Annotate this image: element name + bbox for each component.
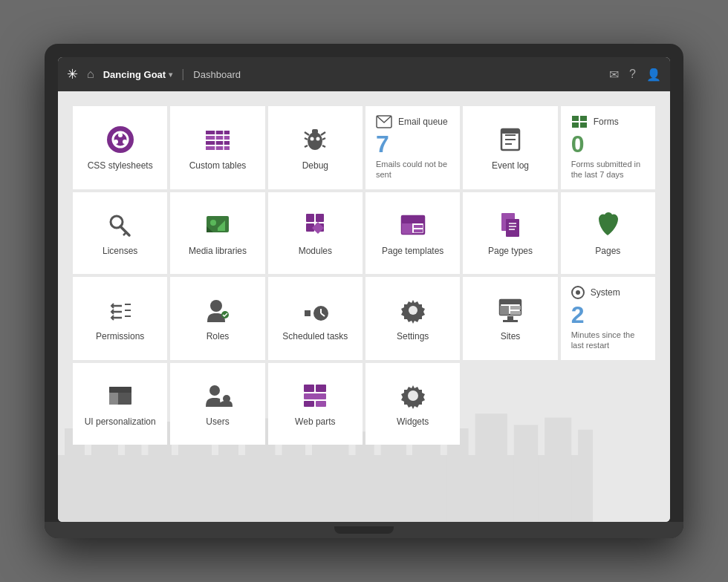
licenses-icon xyxy=(105,210,135,240)
svg-point-20 xyxy=(316,137,320,141)
tile-pages[interactable]: Pages xyxy=(561,192,655,274)
modules-icon xyxy=(300,210,330,240)
svg-rect-72 xyxy=(503,320,518,322)
email-queue-header: Email queue xyxy=(376,115,449,128)
svg-point-36 xyxy=(210,220,216,226)
page-templates-icon xyxy=(398,210,428,240)
tile-event-log[interactable]: Event log xyxy=(463,106,557,189)
svg-point-0 xyxy=(107,126,134,153)
tile-forms[interactable]: Forms 0 Forms submitted in the last 7 da… xyxy=(561,106,655,189)
svg-point-11 xyxy=(308,132,322,150)
svg-point-3 xyxy=(123,140,127,144)
tile-ui-personalization[interactable]: UI personalization xyxy=(73,363,167,445)
svg-point-87 xyxy=(408,390,418,401)
user-icon[interactable]: 👤 xyxy=(646,68,661,82)
home-icon[interactable]: ⌂ xyxy=(87,68,94,81)
svg-line-33 xyxy=(123,232,126,235)
svg-rect-70 xyxy=(510,311,521,315)
chat-icon[interactable]: ✉ xyxy=(609,68,619,82)
svg-line-18 xyxy=(322,146,325,147)
email-queue-desc: Emails could not be sent xyxy=(376,159,449,180)
svg-point-59 xyxy=(210,300,222,312)
svg-rect-27 xyxy=(572,116,579,121)
svg-line-13 xyxy=(305,132,309,135)
topbar: ✳ ⌂ Dancing Goat ▾ | Dashboard ✉ ? 👤 xyxy=(58,57,670,91)
custom-tables-label: Custom tables xyxy=(189,160,247,172)
svg-line-15 xyxy=(305,138,308,140)
svg-rect-68 xyxy=(500,306,509,315)
site-selector[interactable]: Dancing Goat ▾ xyxy=(103,69,173,80)
svg-rect-98 xyxy=(356,432,374,523)
system-title: System xyxy=(591,287,620,298)
tile-sites[interactable]: Sites xyxy=(463,277,557,360)
page-templates-label: Page templates xyxy=(382,246,443,258)
system-desc: Minutes since the last restart xyxy=(571,330,645,351)
laptop-base xyxy=(45,522,683,538)
tile-permissions[interactable]: Permissions xyxy=(73,277,167,360)
svg-rect-12 xyxy=(312,129,318,134)
svg-rect-7 xyxy=(206,141,230,145)
roles-label: Roles xyxy=(207,331,230,343)
empty-cell-2 xyxy=(561,363,655,445)
svg-line-14 xyxy=(321,132,325,135)
tile-email-queue[interactable]: Email queue 7 Emails could not be sent xyxy=(365,106,460,189)
laptop-notch xyxy=(334,526,394,534)
tile-debug[interactable]: Debug xyxy=(268,106,363,189)
tile-media-libraries[interactable]: Media libraries xyxy=(170,192,264,274)
widgets-label: Widgets xyxy=(397,416,429,428)
tile-css-stylesheets[interactable]: CSS stylesheets xyxy=(73,106,167,189)
laptop-screen: ✳ ⌂ Dancing Goat ▾ | Dashboard ✉ ? 👤 xyxy=(58,57,670,522)
widgets-icon xyxy=(398,381,428,411)
topbar-actions: ✉ ? 👤 xyxy=(609,68,661,82)
svg-rect-28 xyxy=(580,116,587,121)
tile-roles[interactable]: Roles xyxy=(170,277,264,360)
site-dropdown-arrow: ▾ xyxy=(169,71,172,79)
pages-label: Pages xyxy=(595,246,620,258)
site-name: Dancing Goat xyxy=(103,69,166,80)
roles-icon xyxy=(203,295,233,325)
tile-modules[interactable]: Modules xyxy=(268,192,363,274)
svg-rect-30 xyxy=(580,122,587,128)
css-stylesheets-icon xyxy=(105,125,135,154)
tile-page-templates[interactable]: Page templates xyxy=(365,192,460,274)
system-header: System xyxy=(571,286,645,299)
svg-point-78 xyxy=(209,385,220,396)
ui-personalization-icon xyxy=(105,381,135,411)
svg-rect-39 xyxy=(316,214,324,222)
svg-rect-85 xyxy=(316,401,326,407)
email-icon xyxy=(376,115,392,128)
tile-scheduled-tasks[interactable]: Scheduled tasks xyxy=(268,277,363,360)
svg-line-16 xyxy=(322,138,325,140)
help-icon[interactable]: ? xyxy=(629,68,636,81)
tile-web-parts[interactable]: Web parts xyxy=(268,363,363,445)
tile-custom-tables[interactable]: Custom tables xyxy=(170,106,264,189)
tile-settings[interactable]: Settings xyxy=(365,277,460,360)
forms-desc: Forms submitted in the last 7 days xyxy=(571,159,645,180)
svg-rect-46 xyxy=(414,225,423,228)
svg-rect-49 xyxy=(506,219,519,237)
svg-point-2 xyxy=(118,133,123,137)
ui-personalization-label: UI personalization xyxy=(85,416,156,428)
custom-tables-icon xyxy=(203,125,233,154)
svg-rect-69 xyxy=(510,306,521,310)
sites-label: Sites xyxy=(501,331,521,343)
tile-page-types[interactable]: Page types xyxy=(463,192,557,274)
system-icon xyxy=(571,286,585,299)
forms-icon xyxy=(571,115,588,128)
tile-users[interactable]: Users xyxy=(170,363,264,445)
svg-rect-38 xyxy=(306,214,314,222)
event-log-label: Event log xyxy=(492,160,529,172)
svg-rect-82 xyxy=(316,385,326,392)
media-libraries-label: Media libraries xyxy=(189,246,247,258)
permissions-label: Permissions xyxy=(96,331,144,343)
css-stylesheets-label: CSS stylesheets xyxy=(88,160,153,172)
forms-header: Forms xyxy=(571,115,645,128)
svg-rect-29 xyxy=(572,122,579,128)
modules-label: Modules xyxy=(299,246,332,258)
licenses-label: Licenses xyxy=(103,246,137,258)
svg-rect-81 xyxy=(304,385,314,392)
event-log-icon xyxy=(495,125,525,154)
tile-licenses[interactable]: Licenses xyxy=(73,192,167,274)
tile-system[interactable]: System 2 Minutes since the last restart xyxy=(561,277,655,360)
tile-widgets[interactable]: Widgets xyxy=(365,363,460,445)
